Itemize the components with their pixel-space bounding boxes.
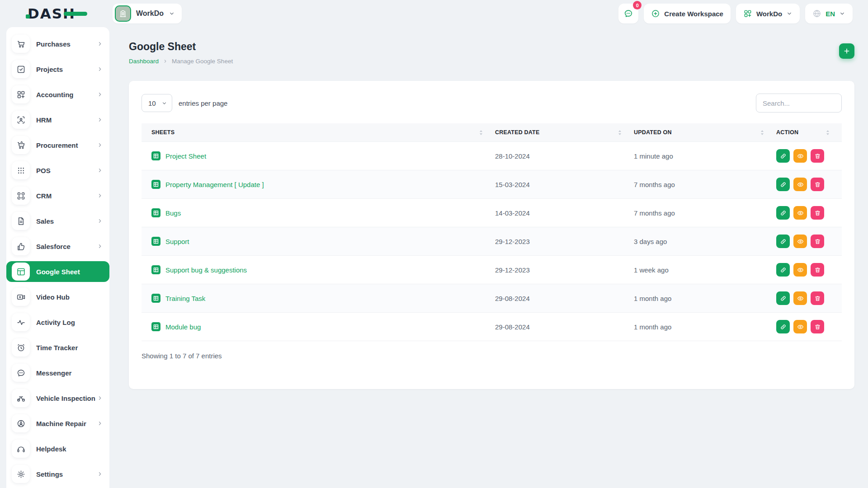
search-input[interactable] bbox=[756, 94, 842, 113]
table-body: Project Sheet28-10-20241 minute agoPrope… bbox=[142, 142, 842, 341]
pulse-icon bbox=[12, 313, 30, 331]
delete-sheet-button[interactable] bbox=[811, 291, 824, 305]
trash-icon bbox=[814, 295, 821, 302]
preview-sheet-button[interactable] bbox=[793, 235, 807, 248]
open-sheet-button[interactable] bbox=[776, 206, 790, 220]
sheet-name-link[interactable]: Training Task bbox=[165, 295, 205, 302]
breadcrumb-dashboard-link[interactable]: Dashboard bbox=[129, 58, 159, 65]
delete-sheet-button[interactable] bbox=[811, 178, 824, 191]
entries-per-page-label: entries per page bbox=[179, 99, 227, 107]
sort-icon[interactable] bbox=[826, 130, 829, 135]
delete-sheet-button[interactable] bbox=[811, 206, 824, 220]
sidebar-item-salesforce[interactable]: Salesforce bbox=[6, 236, 109, 257]
open-sheet-button[interactable] bbox=[776, 149, 790, 163]
action-cell bbox=[776, 256, 842, 284]
sidebar-item-accounting[interactable]: Accounting bbox=[6, 84, 109, 105]
delete-sheet-button[interactable] bbox=[811, 320, 824, 333]
eye-icon bbox=[797, 295, 804, 302]
workspace-selector[interactable]: WorkDo bbox=[113, 4, 182, 23]
sidebar-item-label: CRM bbox=[36, 192, 97, 200]
gear-icon bbox=[12, 465, 30, 483]
column-header-action[interactable]: ACTION bbox=[776, 123, 842, 142]
sidebar-item-settings[interactable]: Settings bbox=[6, 464, 109, 484]
sidebar-item-messenger[interactable]: Messenger bbox=[6, 362, 109, 383]
chevron-right-icon bbox=[97, 41, 103, 47]
open-sheet-button[interactable] bbox=[776, 178, 790, 191]
sidebar-item-label: Projects bbox=[36, 66, 97, 73]
sort-icon[interactable] bbox=[480, 130, 482, 135]
sidebar-item-video-hub[interactable]: Video Hub bbox=[6, 286, 109, 307]
link-icon bbox=[780, 238, 787, 245]
messages-button[interactable]: 0 bbox=[618, 4, 638, 23]
sidebar-item-hrm[interactable]: HRM bbox=[6, 109, 109, 130]
check-square-icon bbox=[12, 60, 30, 78]
sheet-name-link[interactable]: Bugs bbox=[165, 209, 181, 217]
sidebar-item-activity-log[interactable]: Activity Log bbox=[6, 312, 109, 333]
preview-sheet-button[interactable] bbox=[793, 178, 807, 191]
open-sheet-button[interactable] bbox=[776, 235, 790, 248]
building-icon bbox=[115, 5, 131, 22]
sheet-name-cell: Support bbox=[142, 227, 495, 256]
app-logo[interactable]: DASH bbox=[28, 5, 87, 22]
sidebar-item-sales[interactable]: Sales bbox=[6, 211, 109, 231]
sheet-name-link[interactable]: Property Management [ Update ] bbox=[165, 181, 264, 188]
create-workspace-button[interactable]: Create Workspace bbox=[644, 4, 731, 23]
logo-accent-dot bbox=[26, 14, 30, 19]
trash-icon bbox=[814, 153, 821, 160]
sort-icon[interactable] bbox=[761, 130, 764, 135]
sheet-name-cell: Support bug & suggestions bbox=[142, 256, 495, 284]
preview-sheet-button[interactable] bbox=[793, 206, 807, 220]
created-date-cell: 29-08-2024 bbox=[495, 313, 634, 341]
language-selector[interactable]: EN bbox=[805, 4, 853, 23]
sheet-name-cell: Property Management [ Update ] bbox=[142, 170, 495, 199]
trash-icon bbox=[814, 210, 821, 216]
sidebar-item-label: Salesforce bbox=[36, 243, 97, 250]
preview-sheet-button[interactable] bbox=[793, 291, 807, 305]
delete-sheet-button[interactable] bbox=[811, 149, 824, 163]
sidebar-item-purchases[interactable]: Purchases bbox=[6, 33, 109, 54]
headphones-icon bbox=[12, 440, 30, 458]
sidebar-item-vehicle-inspection[interactable]: Vehicle Inspection bbox=[6, 388, 109, 408]
preview-sheet-button[interactable] bbox=[793, 263, 807, 277]
sheet-name-link[interactable]: Support bbox=[165, 238, 189, 245]
sidebar-item-machine-repair[interactable]: Machine Repair bbox=[6, 413, 109, 434]
sidebar-item-procurement[interactable]: Procurement bbox=[6, 135, 109, 155]
eye-icon bbox=[797, 238, 804, 245]
add-sheet-button[interactable] bbox=[839, 43, 854, 59]
created-date-cell: 29-12-2023 bbox=[495, 256, 634, 284]
action-cell bbox=[776, 170, 842, 199]
entries-per-page-select[interactable]: 10 bbox=[142, 94, 172, 112]
delete-sheet-button[interactable] bbox=[811, 263, 824, 277]
table-header-row: SHEETSCREATED DATEUPDATED ONACTION bbox=[142, 123, 842, 142]
workdo-menu-button[interactable]: WorkDo bbox=[736, 4, 800, 23]
sheet-name-link[interactable]: Module bug bbox=[165, 323, 201, 331]
sidebar-item-label: Settings bbox=[36, 470, 97, 478]
open-sheet-button[interactable] bbox=[776, 320, 790, 333]
sidebar-item-helpdesk[interactable]: Helpdesk bbox=[6, 438, 109, 459]
preview-sheet-button[interactable] bbox=[793, 149, 807, 163]
open-sheet-button[interactable] bbox=[776, 291, 790, 305]
sheet-name-link[interactable]: Support bug & suggestions bbox=[165, 266, 247, 274]
table-row: Project Sheet28-10-20241 minute ago bbox=[142, 142, 842, 170]
delete-sheet-button[interactable] bbox=[811, 235, 824, 248]
column-header-updated-on[interactable]: UPDATED ON bbox=[634, 123, 776, 142]
sort-icon[interactable] bbox=[618, 130, 621, 135]
sidebar-item-label: Google Sheet bbox=[36, 268, 103, 276]
updated-on-cell: 1 month ago bbox=[634, 313, 776, 341]
sheet-name-link[interactable]: Project Sheet bbox=[165, 152, 206, 160]
frame-expand-icon bbox=[12, 187, 30, 205]
column-header-label: SHEETS bbox=[151, 129, 175, 136]
chevron-right-icon bbox=[97, 420, 103, 427]
sheet-icon bbox=[151, 151, 160, 160]
breadcrumb-current: Manage Google Sheet bbox=[172, 58, 233, 65]
column-header-sheets[interactable]: SHEETS bbox=[142, 123, 495, 142]
sidebar-item-crm[interactable]: CRM bbox=[6, 185, 109, 206]
open-sheet-button[interactable] bbox=[776, 263, 790, 277]
sidebar-item-time-tracker[interactable]: Time Tracker bbox=[6, 337, 109, 358]
column-header-created-date[interactable]: CREATED DATE bbox=[495, 123, 634, 142]
sidebar-item-pos[interactable]: POS bbox=[6, 160, 109, 181]
preview-sheet-button[interactable] bbox=[793, 320, 807, 333]
column-header-label: CREATED DATE bbox=[495, 129, 539, 136]
sidebar-item-google-sheet[interactable]: Google Sheet bbox=[6, 261, 109, 282]
sidebar-item-projects[interactable]: Projects bbox=[6, 59, 109, 80]
